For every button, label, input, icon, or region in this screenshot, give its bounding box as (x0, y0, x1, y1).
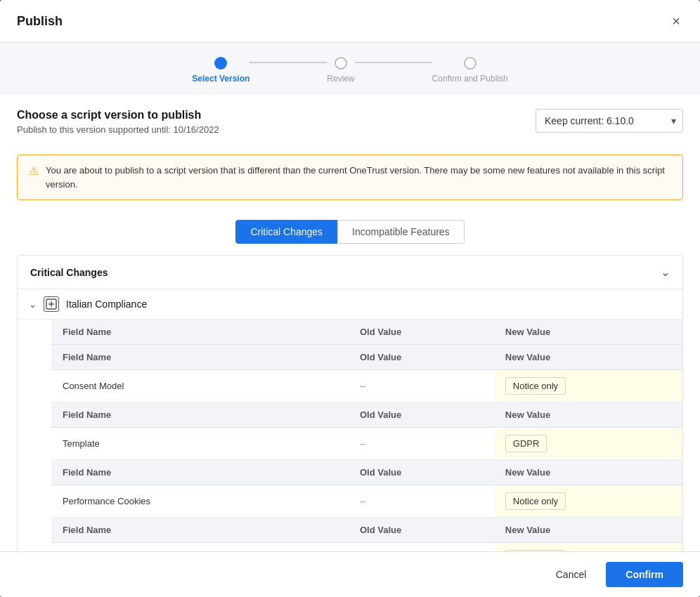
compliance-collapse-toggle[interactable]: ⌄ (29, 299, 37, 310)
header-new_value-2: New Value (494, 460, 682, 485)
warning-icon: ⚠ (29, 164, 39, 178)
compliance-name: Italian Compliance (66, 298, 147, 310)
old-value-cell: -- (349, 428, 494, 460)
warning-box: ⚠ You are about to publish to a script v… (17, 155, 683, 200)
step-circle-select-version (214, 57, 227, 70)
close-button[interactable]: × (669, 11, 683, 31)
new-value-cell: GDPR (494, 428, 682, 460)
field-name-cell: Template (51, 428, 349, 460)
header-field_name-0: Field Name (51, 345, 349, 370)
header-old_value-0: Old Value (349, 345, 494, 370)
modal-title: Publish (17, 14, 63, 29)
step-label-confirm: Confirm and Publish (432, 74, 508, 84)
table-row: Consent Model--Notice only (51, 370, 682, 402)
table-row: Performance Cookies--Notice only (51, 485, 682, 518)
choose-header-row: Choose a script version to publish Publi… (17, 109, 683, 143)
step-label-select-version: Select Version (192, 74, 249, 84)
critical-changes-card: Critical Changes ⌄ ⌄ Italian Compli (17, 255, 683, 551)
step-circle-confirm (464, 57, 477, 70)
version-select-wrapper[interactable]: Keep current: 6.10.0 6.9.0 6.8.0 ▾ (536, 109, 683, 133)
header-old_value-2: Old Value (349, 460, 494, 485)
col-new-value: New Value (494, 320, 682, 345)
section-body: ⌄ Italian Compliance (18, 289, 682, 551)
modal-footer: Cancel Confirm (0, 551, 700, 597)
old-value-cell: -- (349, 543, 494, 552)
field-name-cell: Performance Cookies (51, 485, 349, 518)
header-new_value-0: New Value (494, 345, 682, 370)
table-row: Template--GDPR (51, 428, 682, 460)
old-value-cell: -- (349, 370, 494, 402)
new-value-badge: Notice only (505, 377, 566, 395)
table-row: Field NameOld ValueNew Value (51, 460, 682, 485)
confirm-button[interactable]: Confirm (606, 562, 683, 587)
section-card-title: Critical Changes (30, 267, 108, 278)
version-dropdown[interactable]: Keep current: 6.10.0 6.9.0 6.8.0 (536, 109, 683, 133)
choose-section: Choose a script version to publish Publi… (0, 95, 700, 155)
section-header: Critical Changes ⌄ (18, 256, 682, 289)
step-review: Review (327, 57, 354, 84)
table-row: Functional Cookies--Notice only (51, 543, 682, 552)
table-row: Field NameOld ValueNew Value (51, 402, 682, 428)
tab-critical-changes[interactable]: Critical Changes (235, 220, 337, 244)
step-line-2 (355, 62, 432, 63)
compliance-icon (44, 296, 59, 312)
old-value-dash: -- (360, 381, 366, 391)
modal-body: Choose a script version to publish Publi… (0, 95, 700, 551)
choose-subtitle: Publish to this version supported until:… (17, 124, 219, 135)
fields-group: Field Name Old Value New Value Field Nam… (51, 320, 682, 551)
cancel-button[interactable]: Cancel (545, 563, 598, 586)
new-value-cell: Notice only (494, 370, 682, 402)
new-value-badge: GDPR (505, 435, 547, 452)
col-old-value: Old Value (349, 320, 494, 345)
choose-text: Choose a script version to publish Publi… (17, 109, 219, 143)
step-select-version: Select Version (192, 57, 249, 84)
step-circle-review (335, 57, 347, 70)
col-field-name: Field Name (51, 320, 349, 345)
field-name-cell: Consent Model (51, 370, 349, 402)
compliance-row: ⌄ Italian Compliance (18, 289, 682, 320)
new-value-badge: Notice only (505, 492, 566, 510)
field-name-cell: Functional Cookies (51, 543, 349, 552)
tab-bar: Critical Changes Incompatible Features (0, 211, 700, 244)
table-header-row: Field Name Old Value New Value (51, 320, 682, 345)
tab-incompatible-features[interactable]: Incompatible Features (337, 220, 465, 244)
header-old_value-1: Old Value (349, 402, 494, 428)
step-confirm-publish: Confirm and Publish (432, 57, 508, 84)
old-value-dash: -- (360, 438, 366, 449)
header-field_name-3: Field Name (51, 518, 349, 543)
modal-overlay: Publish × Select Version Review Confirm … (0, 0, 700, 597)
header-field_name-1: Field Name (51, 402, 349, 428)
header-old_value-3: Old Value (349, 518, 494, 543)
old-value-dash: -- (360, 496, 366, 506)
section-collapse-icon[interactable]: ⌄ (661, 265, 670, 279)
step-label-review: Review (327, 74, 354, 84)
old-value-cell: -- (349, 485, 494, 518)
step-line-1 (249, 62, 327, 63)
fields-table: Field Name Old Value New Value Field Nam… (51, 320, 682, 551)
new-value-cell: Notice only (494, 485, 682, 518)
publish-modal: Publish × Select Version Review Confirm … (0, 0, 700, 597)
header-field_name-2: Field Name (51, 460, 349, 485)
new-value-cell: Notice only (494, 543, 682, 552)
header-new_value-3: New Value (494, 518, 682, 543)
stepper: Select Version Review Confirm and Publis… (0, 43, 700, 95)
modal-header: Publish × (0, 0, 700, 43)
table-row: Field NameOld ValueNew Value (51, 518, 682, 543)
warning-text: You are about to publish to a script ver… (46, 164, 671, 191)
header-new_value-1: New Value (494, 402, 682, 428)
table-row: Field NameOld ValueNew Value (51, 345, 682, 370)
choose-title: Choose a script version to publish (17, 109, 219, 122)
